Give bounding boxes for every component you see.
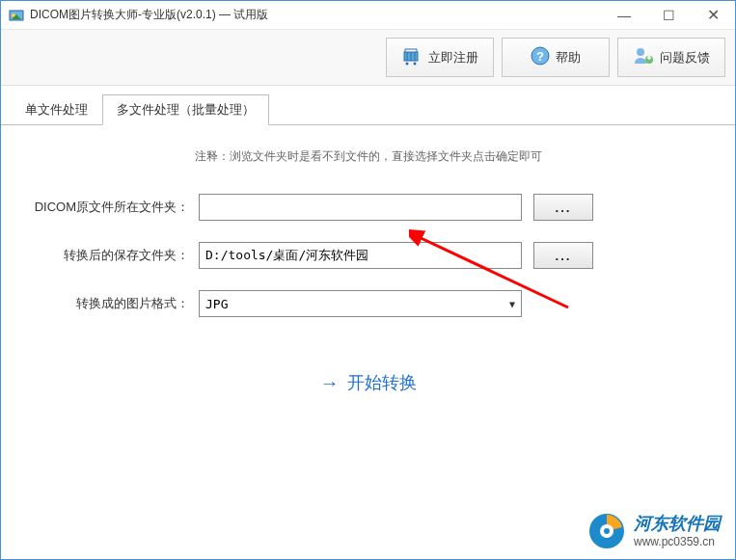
- brand-logo-icon: [587, 512, 626, 550]
- dest-folder-label: 转换后的保存文件夹：: [30, 247, 199, 264]
- toolbar: 立即注册 ? 帮助 问题反馈: [1, 30, 735, 86]
- cart-icon: [401, 46, 423, 68]
- close-button[interactable]: ✕: [691, 1, 735, 29]
- browse-dest-button[interactable]: ...: [533, 242, 593, 269]
- start-convert-button[interactable]: → 开始转换: [320, 371, 417, 394]
- svg-point-10: [637, 48, 644, 56]
- feedback-button[interactable]: 问题反馈: [617, 38, 725, 77]
- brand-url: www.pc0359.cn: [634, 535, 721, 548]
- user-feedback-icon: [633, 46, 654, 68]
- tabs: 单文件处理 多文件处理（批量处理）: [1, 93, 735, 125]
- feedback-label: 问题反馈: [660, 49, 710, 67]
- window-title: DICOM图片转换大师-专业版(v2.0.1) — 试用版: [30, 7, 602, 23]
- browse-source-button[interactable]: ...: [533, 194, 593, 221]
- start-label: 开始转换: [347, 371, 417, 394]
- source-folder-label: DICOM原文件所在文件夹：: [30, 199, 199, 216]
- register-label: 立即注册: [428, 49, 478, 67]
- tab-single[interactable]: 单文件处理: [11, 94, 102, 125]
- register-button[interactable]: 立即注册: [386, 38, 494, 77]
- arrow-right-icon: →: [320, 372, 340, 394]
- help-button[interactable]: ? 帮助: [502, 38, 610, 77]
- tab-panel-multi: 注释：浏览文件夹时是看不到文件的，直接选择文件夹点击确定即可 DICOM原文件所…: [1, 125, 735, 559]
- minimize-button[interactable]: ―: [602, 1, 646, 29]
- maximize-button[interactable]: ☐: [646, 1, 691, 29]
- format-label: 转换成的图片格式：: [30, 295, 199, 312]
- svg-point-7: [414, 63, 417, 66]
- svg-point-14: [604, 528, 610, 534]
- app-window: DICOM图片转换大师-专业版(v2.0.1) — 试用版 ― ☐ ✕ 立即注册…: [0, 0, 736, 560]
- help-label: 帮助: [556, 49, 581, 67]
- svg-text:?: ?: [536, 49, 544, 64]
- chevron-down-icon: ▼: [509, 299, 515, 309]
- brand-name: 河东软件园: [634, 514, 721, 535]
- app-icon: [9, 8, 24, 23]
- dest-folder-input[interactable]: [199, 242, 522, 269]
- titlebar: DICOM图片转换大师-专业版(v2.0.1) — 试用版 ― ☐ ✕: [1, 1, 735, 30]
- source-folder-input[interactable]: [199, 194, 522, 221]
- tab-multi[interactable]: 多文件处理（批量处理）: [102, 94, 269, 125]
- svg-point-6: [406, 63, 409, 66]
- branding: 河东软件园 www.pc0359.cn: [587, 512, 721, 550]
- hint-text: 注释：浏览文件夹时是看不到文件的，直接选择文件夹点击确定即可: [30, 148, 706, 165]
- format-dropdown[interactable]: JPG ▼: [199, 290, 522, 317]
- format-value: JPG: [205, 297, 228, 311]
- help-icon: ?: [531, 46, 550, 68]
